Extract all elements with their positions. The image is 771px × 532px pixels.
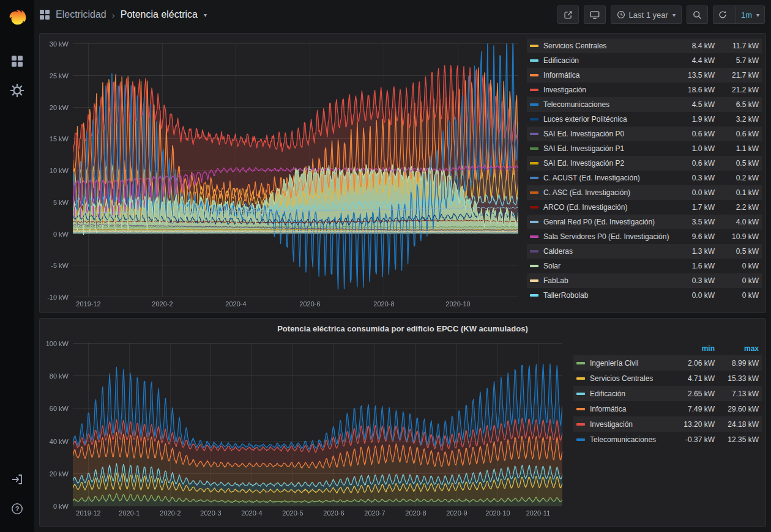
legend-row[interactable]: Informática13.5 kW21.7 kW — [527, 68, 762, 83]
legend-row[interactable]: SAI Ed. Investigación P00.6 kW0.6 kW — [527, 127, 762, 141]
legend-row[interactable]: Servicios Centrales8.4 kW11.7 kW — [527, 39, 762, 53]
legend-row[interactable]: SAI Ed. Investigación P11.0 kW1.1 kW — [527, 141, 762, 156]
legend-value: 21.2 kW — [715, 86, 759, 94]
legend-series-name: Luces exterior Politécnica — [543, 115, 671, 124]
dashboard-title-caret[interactable]: ▾ — [204, 12, 207, 18]
legend-value: 18.6 kW — [671, 86, 715, 94]
refresh-button[interactable] — [713, 6, 732, 23]
legend-row[interactable]: Genral Red P0 (Ed. Investigación)3.5 kW4… — [527, 215, 762, 229]
time-series-chart-top[interactable] — [42, 36, 523, 310]
legend-color-swatch — [576, 377, 585, 380]
legend-value: 0.0 kW — [671, 291, 715, 300]
time-range-picker[interactable]: Last 1 year ▾ — [611, 6, 682, 24]
legend-value: 8.4 kW — [671, 42, 715, 50]
legend-series-name: SAI Ed. Investigación P2 — [543, 159, 671, 168]
legend-value: 12.35 kW — [715, 435, 759, 444]
legend-value: 29.60 kW — [715, 405, 759, 413]
legend-color-swatch — [530, 235, 538, 238]
legend-series-name: Calderas — [543, 247, 671, 256]
sign-in-icon[interactable] — [5, 467, 29, 492]
legend-row[interactable]: Investigación18.6 kW21.2 kW — [527, 83, 762, 97]
legend-series-name: Sala Servidores P0 (Ed. Investigación) — [543, 232, 671, 241]
refresh-interval-dropdown[interactable]: 1m ▾ — [736, 6, 764, 23]
legend-value: 2.65 kW — [671, 390, 715, 398]
legend-value: 5.7 kW — [715, 56, 759, 65]
legend-row[interactable]: Edificación4.4 kW5.7 kW — [527, 53, 762, 68]
legend-row[interactable]: Informática7.49 kW29.60 kW — [573, 401, 762, 416]
legend-series-name: Edificación — [543, 56, 671, 65]
dashboards-grid-icon[interactable] — [5, 49, 29, 73]
legend-value: 24.18 kW — [715, 420, 759, 429]
topbar: Electricidad › Potencia eléctrica ▾ — [34, 0, 771, 29]
legend-row[interactable]: Ingeniería Civil2.06 kW8.99 kW — [573, 355, 762, 371]
legend-series-name: ARCO (Ed. Investigación) — [543, 203, 671, 212]
legend-row[interactable]: Telecomunicaciones4.5 kW6.5 kW — [527, 97, 762, 112]
legend-series-name: Telecomunicaciones — [590, 435, 671, 444]
legend-row[interactable]: TallerRobolab0.0 kW0 kW — [527, 288, 762, 303]
settings-gear-icon[interactable] — [5, 78, 29, 103]
refresh-picker: 1m ▾ — [713, 6, 765, 24]
legend-value: 15.33 kW — [715, 374, 759, 383]
search-magnifier-icon — [693, 10, 702, 20]
main-area: Electricidad › Potencia eléctrica ▾ — [34, 0, 771, 532]
dashboard-title[interactable]: Potencia eléctrica — [121, 9, 198, 20]
legend-value: 4.71 kW — [671, 374, 715, 383]
legend-value: 0 kW — [715, 291, 759, 300]
time-series-chart-bottom[interactable] — [42, 336, 567, 519]
legend-row[interactable]: Telecomunicaciones-0.37 kW12.35 kW — [573, 432, 762, 447]
legend-row[interactable]: Servicios Centrales4.71 kW15.33 kW — [573, 371, 762, 386]
legend-color-swatch — [530, 103, 538, 106]
dashboard-content: Servicios Centrales8.4 kW11.7 kWEdificac… — [34, 29, 771, 532]
help-icon[interactable]: ? — [5, 497, 29, 521]
legend-row[interactable]: Solar1.6 kW0 kW — [527, 259, 762, 273]
legend-color-swatch — [576, 423, 585, 426]
legend-value: 2.06 kW — [671, 359, 715, 368]
legend-row[interactable]: SAI Ed. Investigación P20.6 kW0.5 kW — [527, 156, 762, 171]
breadcrumb-separator: › — [112, 10, 115, 20]
legend-series-name: Genral Red P0 (Ed. Investigación) — [543, 218, 671, 226]
legend-row[interactable]: Luces exterior Politécnica1.9 kW3.2 kW — [527, 112, 762, 127]
legend-row[interactable]: Sala Servidores P0 (Ed. Investigación)9.… — [527, 229, 762, 244]
legend-value: 6.5 kW — [715, 100, 759, 109]
apps-grid-icon[interactable] — [39, 9, 50, 20]
legend-value: 1.6 kW — [671, 262, 715, 270]
refresh-interval-caret: ▾ — [756, 12, 759, 18]
legend-series-name: SAI Ed. Investigación P1 — [543, 144, 671, 153]
legend-value: 4.4 kW — [671, 56, 715, 65]
legend-series-name: Investigación — [543, 86, 671, 94]
chart-row-bottom: minmaxIngeniería Civil2.06 kW8.99 kWServ… — [42, 336, 763, 524]
legend-row[interactable]: C. ACUST (Ed. Investigación)0.3 kW0.2 kW — [527, 171, 762, 185]
panel-title[interactable]: Potencia eléctrica consumida por edifici… — [42, 321, 763, 336]
share-button[interactable] — [557, 6, 579, 24]
legend-series-name: C. ASC (Ed. Investigación) — [543, 188, 671, 197]
legend-value: 0.3 kW — [671, 174, 715, 182]
legend-color-swatch — [530, 177, 538, 179]
legend-color-swatch — [576, 438, 585, 441]
cycle-view-tv-button[interactable] — [584, 6, 606, 24]
breadcrumb-folder[interactable]: Electricidad — [56, 9, 106, 20]
panel-potencia-epcc: Potencia eléctrica consumida por edifici… — [39, 318, 766, 527]
legend-row[interactable]: Calderas1.3 kW0.5 kW — [527, 244, 762, 259]
legend-row[interactable]: Investigación13.20 kW24.18 kW — [573, 416, 762, 432]
legend-color-swatch — [530, 279, 538, 282]
legend-value: 3.2 kW — [715, 115, 759, 124]
svg-text:?: ? — [15, 505, 20, 512]
zoom-out-button[interactable] — [687, 6, 708, 24]
legend-header-row: minmax — [573, 342, 762, 355]
legend-row[interactable]: Edificación2.65 kW7.13 kW — [573, 386, 762, 401]
grafana-logo[interactable] — [6, 6, 28, 28]
legend-row[interactable]: FabLab0.3 kW0 kW — [527, 273, 762, 288]
legend-value: 0.3 kW — [671, 276, 715, 285]
legend-color-swatch — [530, 265, 538, 267]
legend-color-swatch — [530, 221, 538, 223]
legend-row[interactable]: C. ASC (Ed. Investigación)0.0 kW0.1 kW — [527, 185, 762, 200]
legend-color-swatch — [530, 118, 538, 120]
legend-color-swatch — [530, 45, 538, 47]
legend-value: 4.0 kW — [715, 218, 759, 226]
legend-color-swatch — [576, 393, 585, 395]
legend-color-swatch — [530, 191, 538, 194]
legend-value: 21.7 kW — [715, 71, 759, 79]
legend-row[interactable]: ARCO (Ed. Investigación)1.7 kW2.2 kW — [527, 200, 762, 215]
legend-color-swatch — [576, 408, 585, 410]
legend-series-name: Informática — [590, 405, 671, 413]
